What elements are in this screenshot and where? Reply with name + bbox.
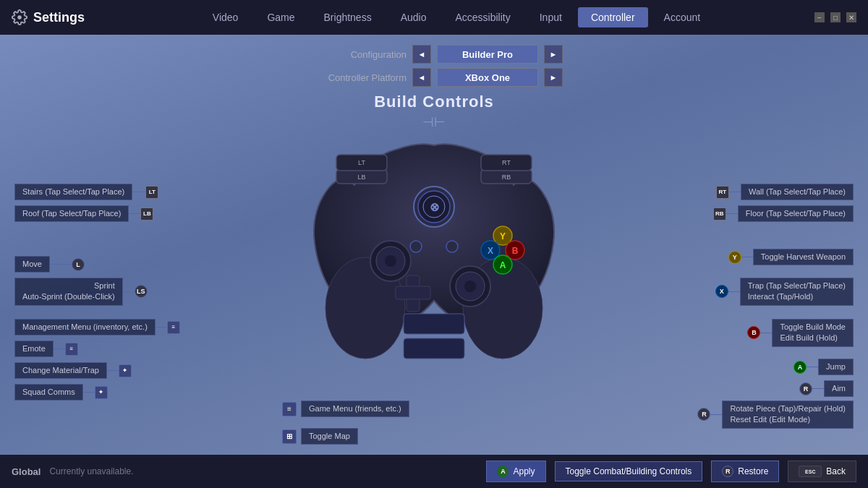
stairs-label-box: Stairs (Tap Select/Tap Place) <box>14 184 132 200</box>
toggle-combat-label: Toggle Combat/Building Controls <box>566 466 692 476</box>
a-badge: A <box>793 361 807 374</box>
tab-input[interactable]: Input <box>527 7 575 27</box>
nav-tabs: Video Game Brightness Audio Accessibilit… <box>116 7 797 27</box>
stairs-label: Stairs (Tap Select/Tap Place) LT <box>14 184 158 200</box>
toggle-combat-button[interactable]: Toggle Combat/Building Controls <box>555 461 703 481</box>
floor-label-box: Floor (Tap Select/Tap Place) <box>738 205 854 222</box>
squad-comms-label: Squad Comms ✦ <box>14 384 108 401</box>
jump-label-box: Jump <box>818 359 854 375</box>
svg-rect-17 <box>396 286 430 299</box>
tab-game[interactable]: Game <box>254 7 307 27</box>
controller-diagram: ⊗ Y X B A <box>297 127 571 402</box>
maximize-button[interactable]: □ <box>830 12 841 22</box>
y-badge: Y <box>728 251 741 264</box>
tab-controller[interactable]: Controller <box>578 7 648 27</box>
toggle-harvest-label: Y Toggle Harvest Weapon <box>728 249 854 265</box>
svg-point-18 <box>410 241 422 252</box>
squad-badge: ✦ <box>95 386 108 399</box>
section-title: Build Controls <box>374 93 494 111</box>
config-prev-button[interactable]: ◄ <box>412 45 431 64</box>
menu-badge: ≡ <box>167 321 180 334</box>
apply-button[interactable]: A Apply <box>486 461 545 482</box>
trap-label-box: Trap (Tap Select/Tap Place) Interact (Ta… <box>740 278 854 306</box>
gear-icon <box>12 9 27 25</box>
sprint-label: Sprint Auto-Sprint (Double-Click) LS <box>14 278 148 306</box>
configuration-label: Configuration <box>305 49 407 60</box>
roof-label: Roof (Tap Select/Tap Place) LB <box>14 205 153 222</box>
svg-text:Y: Y <box>500 231 506 241</box>
app-title: Settings <box>12 9 98 25</box>
squad-comms-label-box: Squad Comms <box>14 384 83 401</box>
platform-label: Controller Platform <box>305 72 407 83</box>
apply-icon: A <box>497 466 509 477</box>
platform-next-button[interactable]: ► <box>544 68 563 87</box>
footer: Global Currently unavailable. A Apply To… <box>0 455 868 488</box>
auto-sprint-text: Auto-Sprint (Double-Click) <box>22 291 115 302</box>
rs-badge: R <box>799 382 812 395</box>
platform-row: Controller Platform ◄ XBox One ► <box>305 68 563 87</box>
l-badge: L <box>72 258 85 271</box>
tab-audio[interactable]: Audio <box>388 7 440 27</box>
jump-label: A Jump <box>793 359 854 375</box>
footer-global-label: Global <box>12 466 41 477</box>
emote-label-box: Emote <box>14 341 54 357</box>
svg-rect-33 <box>404 338 464 359</box>
minimize-button[interactable]: − <box>814 12 825 22</box>
main-content: Build Controls ⊣⊢ <box>0 91 868 488</box>
toggle-build-label: B Toggle Build Mode Edit Build (Hold) <box>747 319 854 347</box>
game-menu-label-box: Game Menu (friends, etc.) <box>301 401 409 417</box>
emote-label: Emote ≡ <box>14 341 78 357</box>
edit-build-text: Edit Build (Hold) <box>780 333 846 343</box>
management-label-box: Management Menu (inventory, etc.) <box>14 319 156 335</box>
change-badge: ✦ <box>119 364 132 377</box>
r-badge: R <box>697 408 710 421</box>
svg-point-15 <box>464 281 476 292</box>
rotate-text: Rotate Piece (Tap)/Repair (Hold) <box>730 403 846 414</box>
toggle-build-label-box: Toggle Build Mode Edit Build (Hold) <box>772 319 854 347</box>
back-button[interactable]: ESC Back <box>788 461 856 482</box>
aim-label: R Aim <box>799 380 854 397</box>
toggle-map-label-box: Toggle Map <box>301 428 358 445</box>
close-button[interactable]: ✕ <box>846 12 856 22</box>
tab-accessibility[interactable]: Accessibility <box>442 7 523 27</box>
header: Settings Video Game Brightness Audio Acc… <box>0 0 868 35</box>
wall-label: RT Wall (Tap Select/Tap Place) <box>716 184 854 200</box>
config-next-button[interactable]: ► <box>544 45 563 64</box>
tab-account[interactable]: Account <box>651 7 714 27</box>
game-menu-icon: ≡ <box>282 402 297 416</box>
trap-text: Trap (Tap Select/Tap Place) <box>748 281 846 291</box>
svg-text:LT: LT <box>358 159 365 166</box>
back-icon: ESC <box>799 466 822 477</box>
svg-text:X: X <box>488 246 493 256</box>
svg-text:A: A <box>500 260 506 270</box>
platform-prev-button[interactable]: ◄ <box>412 68 431 87</box>
restore-button[interactable]: R Restore <box>711 461 779 482</box>
emote-badge: ≡ <box>65 343 78 356</box>
toggle-build-text: Toggle Build Mode <box>780 322 846 333</box>
restore-icon: R <box>722 466 733 477</box>
restore-label: Restore <box>738 466 768 476</box>
interact-text: Interact (Tap/Hold) <box>748 291 846 302</box>
tab-brightness[interactable]: Brightness <box>311 7 385 27</box>
toggle-map-icon: ⊞ <box>282 429 297 444</box>
ls-badge: LS <box>135 285 148 298</box>
footer-status: Currently unavailable. <box>49 466 477 476</box>
controller-svg: ⊗ Y X B A <box>297 127 571 373</box>
change-material-label: Change Material/Trap ✦ <box>14 362 132 379</box>
trap-label: X Trap (Tap Select/Tap Place) Interact (… <box>715 278 854 306</box>
game-menu-label: ≡ Game Menu (friends, etc.) <box>282 401 409 417</box>
rt-badge-wall: RT <box>716 186 729 199</box>
move-label-box: Move <box>14 256 50 273</box>
lb-badge: LB <box>140 207 153 221</box>
reset-edit-text: Reset Edit (Edit Mode) <box>730 414 846 425</box>
svg-point-19 <box>446 241 458 252</box>
x-badge: X <box>715 285 728 298</box>
tab-video[interactable]: Video <box>200 7 252 27</box>
svg-rect-32 <box>404 314 464 334</box>
config-section: Configuration ◄ Builder Pro ► Controller… <box>0 35 868 91</box>
sprint-text: Sprint <box>22 281 115 291</box>
configuration-row: Configuration ◄ Builder Pro ► <box>305 45 563 64</box>
apply-label: Apply <box>513 466 535 476</box>
svg-text:LB: LB <box>357 174 365 181</box>
title-text: Settings <box>33 10 85 25</box>
